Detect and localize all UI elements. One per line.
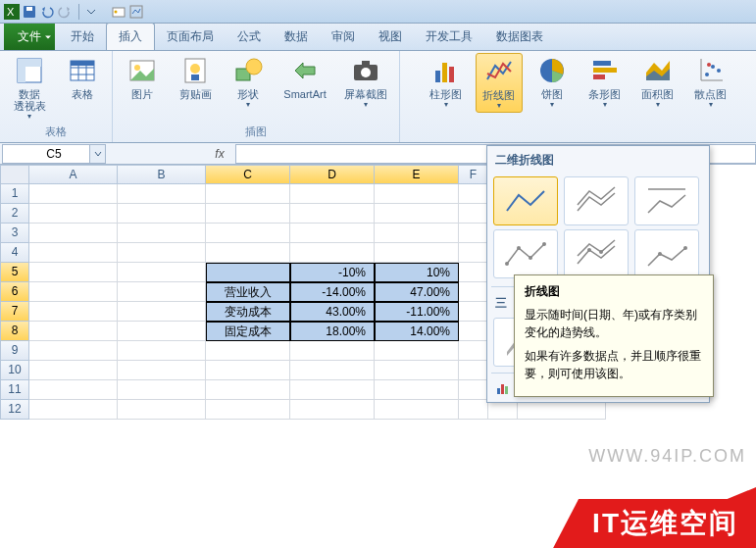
line-chart-100stacked-markers[interactable]	[634, 229, 699, 278]
col-header-F[interactable]: F	[459, 165, 488, 184]
line-chart-stacked[interactable]	[564, 176, 629, 225]
cell-A1[interactable]	[29, 184, 118, 204]
cell-B7[interactable]	[118, 302, 206, 322]
name-box[interactable]: C5	[2, 144, 106, 164]
cell-D11[interactable]	[290, 380, 375, 400]
name-box-dropdown-icon[interactable]	[89, 145, 105, 163]
cell-H12[interactable]	[518, 400, 606, 420]
line-chart-button[interactable]: 折线图▾	[476, 53, 523, 113]
row-header-1[interactable]: 1	[0, 184, 29, 204]
cell-B10[interactable]	[118, 361, 206, 380]
pivot-table-button[interactable]: 数据 透视表 ▾	[6, 53, 53, 123]
cell-C5[interactable]	[206, 263, 290, 282]
row-header-11[interactable]: 11	[0, 380, 29, 400]
cell-B5[interactable]	[118, 263, 206, 282]
cell-D7[interactable]: 43.00%	[290, 302, 375, 322]
cell-F1[interactable]	[459, 184, 488, 204]
cell-C10[interactable]	[206, 361, 290, 380]
cell-B1[interactable]	[118, 184, 206, 204]
cell-B3[interactable]	[118, 224, 206, 243]
cell-A5[interactable]	[29, 263, 118, 282]
cell-E3[interactable]	[375, 224, 459, 243]
cell-A9[interactable]	[29, 341, 118, 361]
cell-E4[interactable]	[375, 243, 459, 263]
table-button[interactable]: 表格	[59, 53, 106, 102]
qat-custom2-icon[interactable]	[128, 4, 144, 20]
row-header-4[interactable]: 4	[0, 243, 29, 263]
col-header-E[interactable]: E	[375, 165, 459, 184]
cell-E12[interactable]	[375, 400, 459, 420]
cell-E11[interactable]	[375, 380, 459, 400]
tab-file[interactable]: 文件	[4, 24, 55, 50]
line-chart-basic[interactable]	[493, 176, 558, 225]
cell-C1[interactable]	[206, 184, 290, 204]
cell-C6[interactable]: 营业收入	[206, 282, 290, 302]
undo-icon[interactable]	[39, 4, 55, 20]
cell-A11[interactable]	[29, 380, 118, 400]
cell-C12[interactable]	[206, 400, 290, 420]
row-header-2[interactable]: 2	[0, 204, 29, 224]
cell-F7[interactable]	[459, 302, 488, 322]
redo-icon[interactable]	[57, 4, 73, 20]
cell-C2[interactable]	[206, 204, 290, 224]
screenshot-button[interactable]: 屏幕截图▾	[338, 53, 393, 111]
cell-B2[interactable]	[118, 204, 206, 224]
cell-E8[interactable]: 14.00%	[375, 322, 459, 341]
cell-A12[interactable]	[29, 400, 118, 420]
cell-D3[interactable]	[290, 224, 375, 243]
col-header-D[interactable]: D	[290, 165, 375, 184]
cell-F3[interactable]	[459, 224, 488, 243]
tab-review[interactable]: 审阅	[320, 24, 367, 50]
col-header-C[interactable]: C	[206, 165, 290, 184]
cell-F11[interactable]	[459, 380, 488, 400]
row-header-7[interactable]: 7	[0, 302, 29, 322]
cell-E1[interactable]	[375, 184, 459, 204]
cell-F10[interactable]	[459, 361, 488, 380]
cell-C4[interactable]	[206, 243, 290, 263]
cell-C7[interactable]: 变动成本	[206, 302, 290, 322]
cell-D12[interactable]	[290, 400, 375, 420]
cell-E10[interactable]	[375, 361, 459, 380]
cell-D6[interactable]: -14.00%	[290, 282, 375, 302]
select-all-corner[interactable]	[0, 165, 29, 184]
row-header-8[interactable]: 8	[0, 322, 29, 341]
cell-A8[interactable]	[29, 322, 118, 341]
cell-F8[interactable]	[459, 322, 488, 341]
qat-custom1-icon[interactable]	[111, 4, 126, 20]
cell-F5[interactable]	[459, 263, 488, 282]
cell-F2[interactable]	[459, 204, 488, 224]
tab-home[interactable]: 开始	[59, 24, 106, 50]
cell-D4[interactable]	[290, 243, 375, 263]
cell-D9[interactable]	[290, 341, 375, 361]
cell-D10[interactable]	[290, 361, 375, 380]
cell-B12[interactable]	[118, 400, 206, 420]
cell-E5[interactable]: 10%	[375, 263, 459, 282]
cell-G12[interactable]	[488, 400, 518, 420]
tab-datacharts[interactable]: 数据图表	[484, 24, 555, 50]
tab-view[interactable]: 视图	[367, 24, 414, 50]
row-header-12[interactable]: 12	[0, 400, 29, 420]
cell-F4[interactable]	[459, 243, 488, 263]
cell-A6[interactable]	[29, 282, 118, 302]
cell-D2[interactable]	[290, 204, 375, 224]
fx-button[interactable]: fx	[208, 144, 231, 164]
area-chart-button[interactable]: 面积图▾	[634, 53, 681, 111]
row-header-5[interactable]: 5	[0, 263, 29, 282]
cell-C3[interactable]	[206, 224, 290, 243]
row-header-3[interactable]: 3	[0, 224, 29, 243]
tab-developer[interactable]: 开发工具	[414, 24, 484, 50]
column-chart-button[interactable]: 柱形图▾	[423, 53, 470, 111]
line-chart-stacked-markers[interactable]	[564, 229, 629, 278]
cell-B9[interactable]	[118, 341, 206, 361]
save-icon[interactable]	[22, 4, 37, 20]
cell-F6[interactable]	[459, 282, 488, 302]
col-header-A[interactable]: A	[29, 165, 118, 184]
cell-A2[interactable]	[29, 204, 118, 224]
row-header-6[interactable]: 6	[0, 282, 29, 302]
cell-E6[interactable]: 47.00%	[375, 282, 459, 302]
clipart-button[interactable]: 剪贴画	[172, 53, 219, 102]
cell-C9[interactable]	[206, 341, 290, 361]
cell-C11[interactable]	[206, 380, 290, 400]
col-header-B[interactable]: B	[118, 165, 206, 184]
row-header-9[interactable]: 9	[0, 341, 29, 361]
